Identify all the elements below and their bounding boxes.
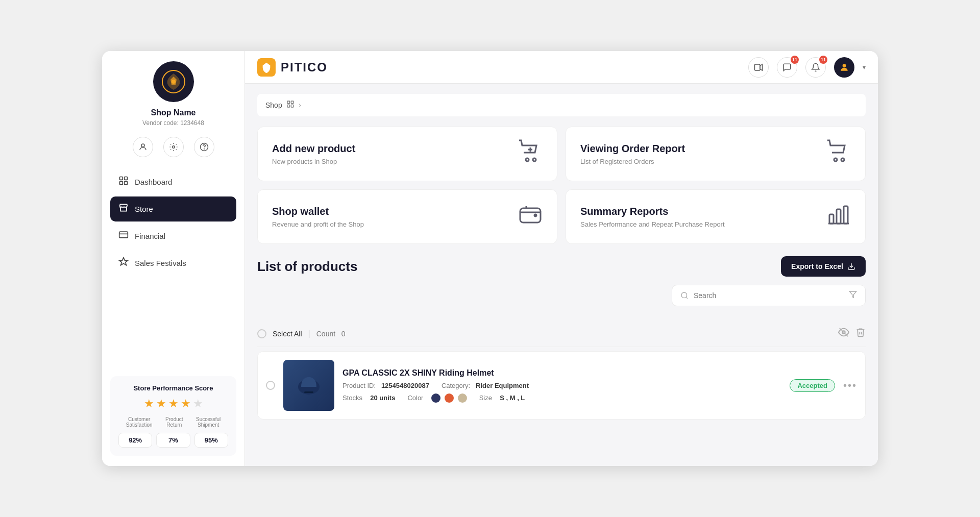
add-product-title: Add new product [272,143,355,155]
metric-label-satisfaction: Customer Satisfaction [118,416,160,428]
summary-reports-title: Summary Reports [580,206,725,217]
logo-icon [257,58,276,77]
summary-reports-card[interactable]: Summary Reports Sales Performance and Re… [566,189,866,244]
metric-value-return: 7% [156,433,190,448]
summary-reports-subtitle: Sales Performance and Repeat Purchase Re… [580,220,725,228]
svg-point-20 [834,158,837,161]
svg-marker-28 [849,291,856,298]
product-image [283,360,334,411]
select-all-checkbox[interactable] [257,329,266,338]
financial-icon [118,230,129,242]
settings-icon-btn[interactable] [163,137,184,157]
search-bar [672,285,866,306]
star-4: ★ [181,397,191,410]
order-report-card[interactable]: Viewing Order Report List of Registered … [566,127,866,181]
product-id-label: Product ID: [342,382,379,389]
order-report-text: Viewing Order Report List of Registered … [580,143,685,165]
delete-icon[interactable] [855,327,866,340]
order-report-title: Viewing Order Report [580,143,685,155]
color-item: Color [407,393,467,403]
topbar-actions: 11 11 ▾ [748,57,866,78]
metric-label-shipment: Successful Shipment [188,416,228,428]
summary-reports-text: Summary Reports Sales Performance and Re… [580,206,725,228]
export-excel-button[interactable]: Export to Excel [781,256,866,277]
wallet-icon [518,202,543,231]
sidebar-icon-group [133,137,214,157]
shop-name: Shop Name [151,108,195,117]
size-label: Size [479,394,496,402]
message-btn[interactable]: 11 [777,57,797,78]
order-report-subtitle: List of Registered Orders [580,158,685,165]
performance-card: Store Performance Score ★ ★ ★ ★ ★ Custom… [110,376,236,456]
sales-festivals-icon [118,257,129,269]
status-badge: Accepted [790,379,835,392]
cart-icon [826,139,851,168]
help-icon-btn[interactable] [194,137,214,157]
export-label: Export to Excel [791,262,843,270]
dashboard-label: Dashboard [135,178,172,186]
svg-rect-25 [844,206,848,224]
count-label: Count 0 [316,330,346,338]
notification-badge: 11 [819,56,827,64]
svg-point-19 [533,158,536,161]
dashboard-icon [118,176,129,188]
notification-btn[interactable]: 11 [805,57,826,78]
breadcrumb-text: Shop [265,101,282,109]
search-input[interactable] [694,291,844,300]
select-all-text: Select All [273,330,302,338]
filter-icon[interactable] [849,290,857,301]
add-product-card[interactable]: Add new product New products in Shop [257,127,557,181]
shop-wallet-text: Shop wallet Revenue and profit of the Sh… [272,206,364,228]
main-content: PITICO 11 11 ▾ [245,51,878,466]
more-options-btn[interactable]: ••• [843,380,857,391]
sidebar-item-store[interactable]: Store [110,196,236,221]
shop-wallet-subtitle: Revenue and profit of the Shop [272,220,364,228]
sidebar-item-dashboard[interactable]: Dashboard [110,169,236,194]
svg-rect-11 [755,64,761,70]
product-name: GPA CLASSIC 2X SHINY Riding Helmet [342,368,781,378]
visibility-icon[interactable] [838,327,849,340]
user-dropdown-arrow[interactable]: ▾ [863,64,866,71]
products-header: List of products Export to Excel [257,256,866,277]
sidebar-item-sales-festivals[interactable]: Sales Festivals [110,251,236,276]
store-icon [118,203,129,215]
svg-point-18 [526,158,529,161]
star-rating: ★ ★ ★ ★ ★ [118,397,228,410]
product-id-item: Product ID: 1254548020087 [342,382,429,389]
product-category-label: Category: [442,382,474,389]
store-label: Store [135,205,153,213]
svg-rect-9 [125,182,128,185]
cart-plus-icon [518,139,543,168]
page-content: Shop › Add new product New products in S… [245,84,878,466]
video-btn[interactable] [748,57,769,78]
product-checkbox[interactable] [266,381,275,390]
performance-title: Store Performance Score [118,384,228,392]
product-attrs: Stocks 20 units Color Size S , M , L [342,393,781,403]
profile-icon-btn[interactable] [133,137,153,157]
breadcrumb: Shop › [257,94,866,116]
metric-value-satisfaction: 92% [118,433,152,448]
product-category-item: Category: Rider Equipment [442,382,529,389]
svg-point-1 [172,80,176,84]
svg-point-13 [843,64,846,67]
select-bar-actions [838,327,866,340]
svg-rect-8 [120,182,123,185]
select-bar: Select All | Count 0 [257,321,866,347]
svg-point-2 [141,144,144,147]
product-info: GPA CLASSIC 2X SHINY Riding Helmet Produ… [342,368,781,403]
product-category-value: Rider Equipment [476,382,529,389]
breadcrumb-arrow: › [299,101,301,110]
sidebar-item-financial[interactable]: Financial [110,224,236,249]
size-item: Size S , M , L [479,394,525,402]
product-id-value: 1254548020087 [381,382,429,389]
logo-text: PITICO [281,60,328,75]
shop-wallet-card[interactable]: Shop wallet Revenue and profit of the Sh… [257,189,557,244]
perf-metrics-labels: Customer Satisfaction Product Return Suc… [118,416,228,428]
user-avatar[interactable] [834,57,854,78]
quick-actions: Add new product New products in Shop [257,127,866,244]
metric-label-return: Product Return [160,416,188,428]
topbar: PITICO 11 11 ▾ [245,51,878,84]
color-dot-1 [431,393,440,403]
svg-rect-10 [119,232,128,238]
shop-logo [153,61,194,102]
